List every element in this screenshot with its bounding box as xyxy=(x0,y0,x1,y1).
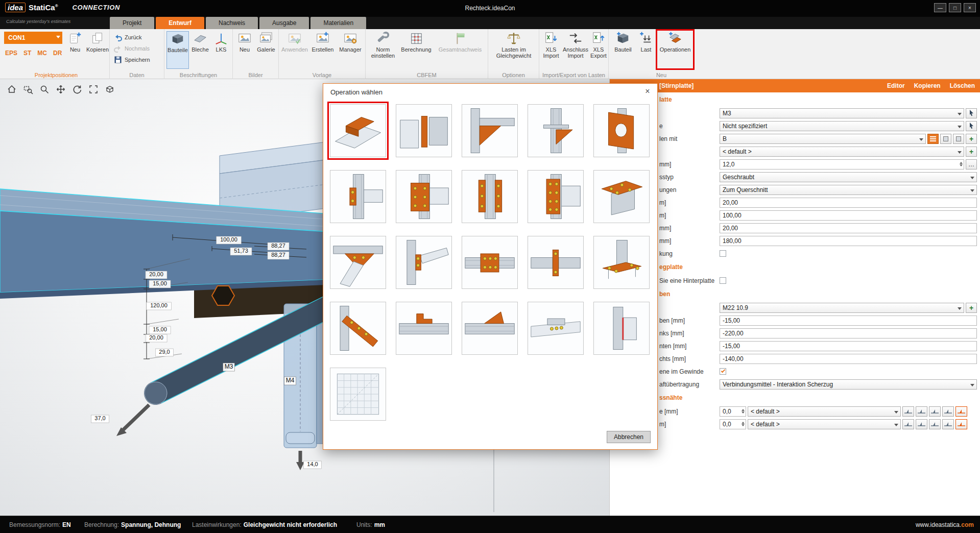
value-field[interactable]: 20,00 xyxy=(720,223,977,233)
rotate-icon[interactable] xyxy=(70,83,84,95)
picker-button[interactable] xyxy=(966,121,977,131)
weld-type-button[interactable] xyxy=(916,419,927,429)
position-type-st[interactable]: ST xyxy=(23,50,31,57)
value-field[interactable]: 20,00 xyxy=(720,198,977,208)
xls-import-button[interactable]: XLSImport xyxy=(540,31,562,69)
minimize-button[interactable]: — xyxy=(934,3,946,12)
checkbox[interactable] xyxy=(720,277,726,284)
overall-check-button[interactable]: Gesamtnachweis xyxy=(434,31,486,69)
position-type-dr[interactable]: DR xyxy=(53,50,62,57)
weld-type-button[interactable] xyxy=(902,419,914,429)
operation-thumbnail-14[interactable] xyxy=(528,236,584,289)
redo-button[interactable]: Nochmals xyxy=(114,43,150,54)
stepper[interactable] xyxy=(740,422,745,426)
value-field[interactable]: 0,0 xyxy=(720,406,746,417)
operation-thumbnail-11[interactable] xyxy=(330,236,386,289)
pan-icon[interactable] xyxy=(54,83,67,95)
calculation-button[interactable]: Berechnung xyxy=(399,31,433,69)
loads-in-equilibrium-button[interactable]: Lasten imGleichgewicht xyxy=(490,31,537,69)
new-load-button[interactable]: Last xyxy=(636,31,656,69)
checkbox[interactable] xyxy=(720,250,726,257)
zoom-icon[interactable] xyxy=(38,83,51,95)
add-button[interactable]: + xyxy=(966,134,977,144)
maximize-button[interactable]: □ xyxy=(949,3,961,12)
stepper[interactable] xyxy=(958,162,963,166)
swap-button[interactable] xyxy=(953,134,964,144)
position-type-eps[interactable]: EPS xyxy=(5,50,17,57)
dropdown[interactable]: Zum Querschnitt xyxy=(720,185,977,195)
operation-thumbnail-5[interactable] xyxy=(593,104,650,157)
dropdown[interactable]: M22 10.9 xyxy=(720,303,964,313)
value-field[interactable]: 180,00 xyxy=(720,236,977,246)
dropdown[interactable]: < default > xyxy=(720,147,964,157)
operation-thumbnail-17[interactable] xyxy=(396,302,452,355)
value-field[interactable]: -140,00 xyxy=(720,354,977,364)
zoom-all-icon[interactable] xyxy=(87,83,100,95)
dropdown[interactable]: Verbindungsmittel - Interaktion Scherzug xyxy=(720,379,977,390)
website-link[interactable]: www.ideastatica.com xyxy=(916,521,974,528)
value-field[interactable]: 12,0 xyxy=(720,159,964,169)
dialog-close-icon[interactable]: × xyxy=(641,86,654,96)
add-button[interactable]: + xyxy=(966,303,977,313)
operation-thumbnail-19[interactable] xyxy=(528,302,584,355)
connection-import-button[interactable]: AnschlussImport xyxy=(562,31,589,69)
operation-thumbnail-13[interactable] xyxy=(462,236,518,289)
operation-thumbnail-6[interactable] xyxy=(330,170,386,223)
code-setup-button[interactable]: Normeinstellen xyxy=(368,31,398,69)
copy-project-item-button[interactable]: Kopieren xyxy=(86,31,109,69)
value-field[interactable]: -15,00 xyxy=(720,316,977,326)
table-button[interactable] xyxy=(940,134,951,144)
undo-button[interactable]: Zurück xyxy=(114,32,142,42)
delete-operation-button[interactable]: Löschen xyxy=(950,82,975,89)
zoom-window-icon[interactable] xyxy=(21,83,35,95)
value-field[interactable]: 0,0 xyxy=(720,419,746,429)
operation-thumbnail-20[interactable] xyxy=(593,302,650,355)
value-field[interactable]: -15,00 xyxy=(720,341,977,351)
dropdown[interactable]: Geschraubt xyxy=(720,172,977,182)
weld-type-button[interactable] xyxy=(929,406,941,417)
label-members-toggle[interactable]: Bauteile xyxy=(166,31,189,69)
gallery-button[interactable]: Galerie xyxy=(255,31,277,69)
dropdown[interactable]: B xyxy=(720,134,926,144)
close-button[interactable]: × xyxy=(964,3,976,12)
create-template-button[interactable]: Erstellen xyxy=(309,31,336,69)
operation-thumbnail-4[interactable] xyxy=(528,104,584,157)
add-button[interactable]: + xyxy=(966,147,977,157)
weld-type-button[interactable] xyxy=(902,406,914,417)
plate-editor-button[interactable] xyxy=(927,134,939,144)
operation-thumbnail-3[interactable] xyxy=(462,104,518,157)
new-picture-button[interactable]: Neu xyxy=(235,31,254,69)
weld-edit-button[interactable] xyxy=(955,419,967,429)
editor-button[interactable]: Editor xyxy=(887,82,905,89)
operation-thumbnail-8[interactable] xyxy=(462,170,518,223)
new-operation-button[interactable]: Operationen xyxy=(658,31,692,69)
checkbox[interactable] xyxy=(720,368,726,375)
local-coordinate-system-toggle[interactable]: LKS xyxy=(211,31,231,69)
tab-entwurf[interactable]: Entwurf xyxy=(156,17,204,29)
picker-button[interactable] xyxy=(966,108,977,118)
tab-projekt[interactable]: Projekt xyxy=(110,17,154,29)
operation-thumbnail-21[interactable] xyxy=(330,368,386,421)
dropdown[interactable]: M3 xyxy=(720,108,964,118)
new-member-button[interactable]: Bauteil xyxy=(611,31,635,69)
stepper[interactable] xyxy=(740,409,745,414)
cancel-button[interactable]: Abbrechen xyxy=(607,431,651,443)
label-plates-toggle[interactable]: Bleche xyxy=(190,31,210,69)
weld-type-button[interactable] xyxy=(929,419,941,429)
operation-thumbnail-2[interactable] xyxy=(396,104,452,157)
operation-thumbnail-15[interactable] xyxy=(593,236,650,289)
copy-operation-button[interactable]: Kopieren xyxy=(914,82,941,89)
new-project-item-button[interactable]: Neu xyxy=(64,31,86,69)
dropdown[interactable]: < default > xyxy=(748,406,901,417)
dropdown[interactable]: Nicht spezifiziert xyxy=(720,121,964,131)
project-item-selector[interactable]: CON1 xyxy=(4,32,62,44)
weld-edit-button[interactable] xyxy=(955,406,967,417)
operation-thumbnail-9[interactable] xyxy=(528,170,584,223)
weld-type-button[interactable] xyxy=(942,419,954,429)
xls-export-button[interactable]: XLSExport xyxy=(589,31,608,69)
tab-ausgabe[interactable]: Ausgabe xyxy=(259,17,309,29)
dropdown[interactable]: < default > xyxy=(748,419,901,429)
operation-thumbnail-16[interactable] xyxy=(330,302,386,355)
save-button[interactable]: Speichern xyxy=(114,55,150,65)
value-field[interactable]: -220,00 xyxy=(720,328,977,338)
